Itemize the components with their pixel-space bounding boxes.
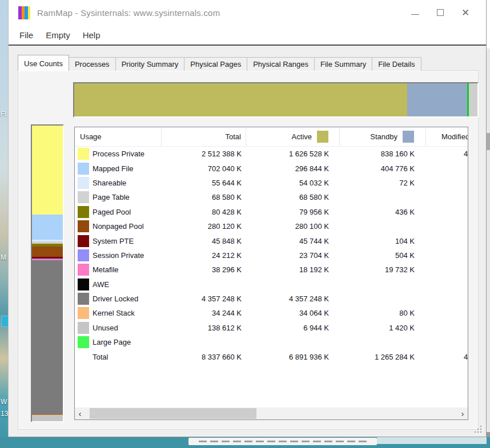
active-cell: 54 032 K	[246, 179, 340, 187]
column-header-usage[interactable]: Usage	[75, 127, 162, 146]
column-header-modified[interactable]: Modified	[426, 127, 468, 146]
scrollbar-thumb[interactable]	[90, 408, 256, 419]
active-cell: 280 100 K	[246, 222, 340, 231]
background-window-bottom	[0, 437, 490, 448]
total-cell: 8 337 660 K	[162, 353, 246, 361]
tab-file-summary[interactable]: File Summary	[314, 57, 372, 71]
tab-physical-pages[interactable]: Physical Pages	[184, 57, 247, 71]
standby-cell: 1 420 K	[340, 324, 426, 332]
row-color-swatch	[78, 206, 89, 218]
minimize-button[interactable]	[403, 0, 428, 25]
table-row[interactable]: Mapped File702 040 K296 844 K404 776 K	[75, 161, 468, 175]
tab-priority-summary[interactable]: Priority Summary	[115, 57, 185, 71]
usage-cell: Session Private	[75, 249, 162, 261]
row-color-swatch	[78, 336, 89, 348]
active-cell: 45 744 K	[246, 237, 340, 245]
usage-cell: System PTE	[75, 235, 162, 247]
table-header-row[interactable]: UsageTotalActiveStandbyModified	[75, 127, 468, 147]
active-cell: 18 192 K	[246, 265, 340, 274]
table-row[interactable]: Nonpaged Pool280 120 K280 100 K	[75, 219, 468, 233]
table-row[interactable]: Large Page	[75, 335, 468, 349]
row-color-swatch	[78, 279, 89, 290]
table-row[interactable]: System PTE45 848 K45 744 K104 K	[75, 233, 468, 248]
row-label: Mapped File	[93, 164, 134, 173]
row-label: Total	[93, 353, 108, 361]
standby-color-swatch	[403, 131, 414, 143]
column-header-label: Total	[226, 132, 241, 141]
table-row[interactable]: Driver Locked4 357 248 K4 357 248 K	[75, 292, 468, 306]
desktop-icon-label-fragment: Fl	[1, 110, 6, 118]
window-controls: ✕	[403, 0, 478, 25]
standby-cell: 838 160 K	[340, 150, 426, 158]
standby-cell: 72 K	[340, 179, 426, 187]
menu-file[interactable]: File	[13, 28, 39, 42]
row-color-swatch	[78, 293, 89, 305]
table-row[interactable]: Page Table68 580 K68 580 K	[75, 190, 468, 204]
usage-cell: Process Private	[75, 148, 162, 160]
tab-strip: Use CountsProcessesPriority SummaryPhysi…	[18, 55, 421, 71]
table-row[interactable]: Shareable55 644 K54 032 K72 K	[75, 176, 468, 190]
maximize-button[interactable]	[428, 0, 453, 25]
desktop-icon-label-fragment: W	[1, 398, 7, 406]
table-row[interactable]: Metafile38 296 K18 192 K19 732 K	[75, 263, 468, 277]
title-bar[interactable]: RamMap - Sysinternals: www.sysinternals.…	[9, 0, 486, 25]
table-row[interactable]: Unused138 612 K6 944 K1 420 K	[75, 321, 468, 335]
rammap-window: RamMap - Sysinternals: www.sysinternals.…	[8, 0, 487, 437]
row-color-swatch	[78, 220, 89, 232]
row-label: System PTE	[93, 237, 134, 245]
table-row[interactable]: Paged Pool80 428 K79 956 K436 K	[75, 205, 468, 219]
column-header-label: Usage	[80, 132, 102, 141]
active-color-swatch	[317, 131, 328, 143]
tab-use-counts[interactable]: Use Counts	[18, 55, 69, 71]
usage-cell: Driver Locked	[75, 293, 162, 305]
use-counts-table[interactable]: UsageTotalActiveStandbyModified Process …	[74, 127, 468, 420]
rammap-app-icon	[18, 6, 30, 19]
close-button[interactable]: ✕	[453, 0, 478, 25]
active-cell: 1 626 528 K	[246, 150, 340, 158]
total-cell: 80 428 K	[162, 208, 246, 216]
tab-physical-ranges[interactable]: Physical Ranges	[247, 57, 315, 71]
column-header-active[interactable]: Active	[246, 127, 340, 146]
maximize-icon	[437, 9, 444, 16]
column-header-total[interactable]: Total	[162, 127, 246, 146]
horizontal-scrollbar[interactable]: ‹ ›	[75, 407, 468, 419]
close-icon: ✕	[461, 8, 469, 18]
vbar-segment-nonpaged-pool	[32, 247, 63, 256]
vbar-segment-driver-locked	[32, 260, 63, 415]
active-cell: 6 944 K	[246, 324, 340, 332]
table-row-total[interactable]: Total8 337 660 K6 891 936 K1 265 284 K4	[75, 349, 468, 364]
column-header-standby[interactable]: Standby	[340, 127, 426, 146]
usage-cell: Nonpaged Pool	[75, 220, 162, 232]
menu-empty[interactable]: Empty	[39, 28, 77, 42]
memory-usage-horizontal-bar	[73, 82, 479, 118]
total-cell: 2 512 388 K	[162, 150, 246, 158]
vbar-segment-unused	[32, 416, 63, 421]
content-area: Use CountsProcessesPriority SummaryPhysi…	[9, 46, 486, 437]
total-cell: 702 040 K	[162, 164, 246, 173]
row-color-swatch	[78, 177, 89, 189]
total-cell: 34 244 K	[162, 309, 246, 317]
row-color-swatch	[78, 264, 89, 276]
table-row[interactable]: Process Private2 512 388 K1 626 528 K838…	[75, 147, 468, 161]
row-label: Nonpaged Pool	[93, 222, 144, 231]
scroll-left-arrow[interactable]: ‹	[75, 407, 85, 419]
table-body: Process Private2 512 388 K1 626 528 K838…	[75, 147, 468, 364]
menu-help[interactable]: Help	[77, 28, 107, 42]
table-row[interactable]: Kernel Stack34 244 K34 064 K80 K	[75, 306, 468, 320]
standby-cell: 1 265 284 K	[340, 353, 426, 361]
standby-cell: 19 732 K	[340, 265, 426, 274]
row-label: AWE	[93, 280, 109, 289]
resize-grip[interactable]	[475, 425, 482, 433]
tab-file-details[interactable]: File Details	[372, 57, 421, 71]
column-header-label: Standby	[370, 132, 397, 141]
table-row[interactable]: AWE	[75, 277, 468, 292]
column-header-label: Modified	[441, 132, 468, 141]
active-cell: 296 844 K	[246, 164, 340, 173]
tab-processes[interactable]: Processes	[69, 57, 116, 71]
active-cell: 4 357 248 K	[246, 294, 340, 303]
screen: FlMW13 RamMap - Sysinternals: www.sysint…	[0, 0, 490, 448]
scroll-right-arrow[interactable]: ›	[457, 407, 468, 419]
row-label: Shareable	[93, 179, 126, 187]
table-row[interactable]: Session Private24 212 K23 704 K504 K	[75, 248, 468, 263]
column-header-label: Active	[292, 132, 312, 141]
